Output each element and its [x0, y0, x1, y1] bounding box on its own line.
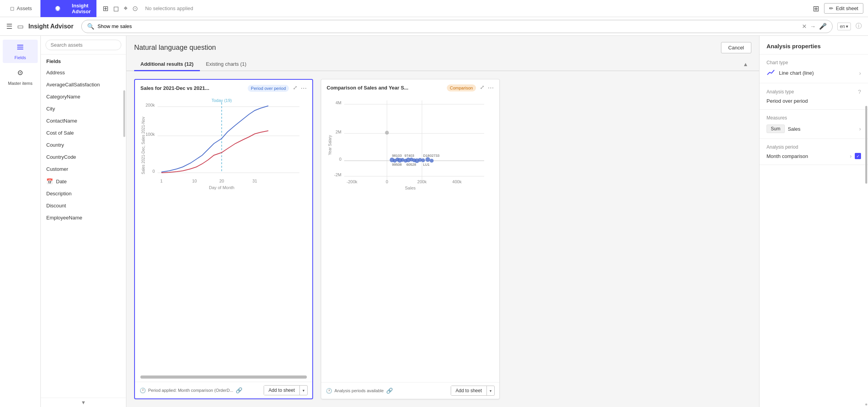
- chart-card-header-1: Sales for 2021-Dec vs 2021... Period ove…: [135, 80, 312, 95]
- period-checkbox[interactable]: ✓: [855, 153, 861, 159]
- add-to-sheet-button-2[interactable]: Add to sheet ▾: [451, 386, 495, 396]
- cancel-button[interactable]: Cancel: [721, 42, 751, 53]
- edit-sheet-button[interactable]: ✏ Edit sheet: [824, 3, 863, 14]
- chart-scrollbar-1[interactable]: [140, 375, 307, 379]
- add-to-sheet-button-1[interactable]: Add to sheet ▾: [264, 385, 308, 395]
- field-item-countrycode[interactable]: CountryCode: [41, 151, 126, 163]
- range-icon[interactable]: ⌖: [124, 4, 128, 12]
- right-panel-scroll-down[interactable]: [865, 403, 867, 405]
- svg-point-50: [430, 159, 434, 163]
- field-item-costsale[interactable]: Cost of Sale: [41, 127, 126, 139]
- chart-scrollbar-thumb-1: [140, 375, 307, 379]
- chart-badge-1: Period over period: [248, 85, 289, 92]
- search-bar-icons: ✕ → 🎤: [802, 23, 827, 30]
- right-panel-toggle[interactable]: ▭: [17, 22, 24, 31]
- collapse-panel-btn[interactable]: ▲: [740, 58, 751, 70]
- field-item-avgcall[interactable]: AverageCallSatisfaction: [41, 79, 126, 91]
- svg-text:Today (19): Today (19): [212, 98, 232, 103]
- right-panel-scrollbar[interactable]: [865, 106, 867, 184]
- language-button[interactable]: en ▾: [837, 23, 851, 30]
- expand-icon-1[interactable]: ⤢: [293, 84, 298, 92]
- field-item-desc[interactable]: Description: [41, 188, 126, 200]
- rp-chart-type-section: Chart type Line chart (line) ›: [760, 54, 868, 83]
- sidebar-item-master[interactable]: Master items: [3, 65, 38, 89]
- svg-point-49: [425, 157, 430, 162]
- grid-icon[interactable]: ⊞: [813, 4, 819, 13]
- field-item-city[interactable]: City: [41, 103, 126, 115]
- assets-tab[interactable]: ◻ Assets: [5, 0, 37, 17]
- svg-text:31: 31: [252, 179, 257, 183]
- period-chevron-icon[interactable]: ›: [850, 153, 852, 159]
- chart-badge-2: Comparison: [447, 84, 476, 91]
- rp-measure-row: Sum Sales ›: [766, 125, 861, 133]
- footer-link-icon-1[interactable]: 🔗: [236, 387, 242, 393]
- rp-measures-section: Measures Sum Sales ›: [760, 110, 868, 139]
- svg-text:60528: 60528: [406, 163, 416, 167]
- content-title: Natural language question: [134, 44, 216, 52]
- field-item-customer[interactable]: Customer: [41, 163, 126, 175]
- footer-text-1: Period applied: Month comparison (OrderD…: [148, 388, 233, 393]
- fields-search: [41, 36, 126, 54]
- clear-icon[interactable]: ⊙: [132, 4, 138, 13]
- top-bar: ◻ Assets Insight Advisor ⊞ ◻ ⌖ ⊙ No sele…: [0, 0, 868, 17]
- svg-text:10: 10: [192, 179, 197, 183]
- charts-grid: Sales for 2021-Dec vs 2021... Period ove…: [126, 71, 759, 407]
- expand-icon-2[interactable]: ⤢: [480, 84, 485, 91]
- field-item-country[interactable]: Country: [41, 139, 126, 151]
- rp-analysis-type-row: Analysis type ?: [766, 89, 861, 95]
- tab-existing[interactable]: Existing charts (1): [200, 58, 253, 71]
- lasso-icon[interactable]: ◻: [113, 4, 119, 13]
- fields-scrollbar[interactable]: [123, 90, 125, 137]
- fields-icon: [16, 43, 24, 54]
- search-input[interactable]: [98, 23, 799, 29]
- info-button[interactable]: ⓘ: [856, 22, 862, 30]
- lang-chevron-icon: ▾: [846, 24, 848, 29]
- clear-search-icon[interactable]: ✕: [802, 23, 807, 30]
- sidebar-item-fields[interactable]: Fields: [3, 40, 38, 63]
- fields-search-input[interactable]: [46, 40, 121, 50]
- mic-icon[interactable]: 🎤: [819, 23, 827, 30]
- measure-chevron-icon[interactable]: ›: [859, 126, 861, 132]
- rp-analysis-type-section: Analysis type ? Period over period: [760, 83, 868, 110]
- svg-text:Day of Month: Day of Month: [209, 185, 234, 190]
- field-item-category[interactable]: CategoryName: [41, 91, 126, 103]
- forward-icon[interactable]: →: [810, 23, 816, 30]
- rp-chart-type-row[interactable]: Line chart (line) ›: [766, 68, 861, 77]
- rp-analysis-period-label: Analysis period: [766, 144, 861, 150]
- field-item-address[interactable]: Address: [41, 67, 126, 79]
- more-icon-2[interactable]: ⋯: [488, 84, 494, 91]
- chart-card-2: Comparison of Sales and Year S... Compar…: [321, 79, 500, 399]
- more-icon-1[interactable]: ⋯: [301, 84, 307, 92]
- field-employee-label: EmployeeName: [46, 215, 82, 221]
- pencil-icon: ✏: [829, 5, 833, 11]
- field-item-contact[interactable]: ContactName: [41, 115, 126, 127]
- tab-additional[interactable]: Additional results (12): [134, 58, 200, 71]
- main-layout: Fields Master items Fields Address Avera…: [0, 36, 868, 407]
- footer-link-icon-2[interactable]: 🔗: [386, 388, 393, 394]
- rp-measures-label: Measures: [766, 115, 861, 121]
- add-to-sheet-dropdown-1[interactable]: ▾: [300, 386, 307, 395]
- toolbar-icons: ⊞ ◻ ⌖ ⊙: [103, 4, 138, 13]
- svg-text:Sales 2021-Dec, Sales 2021-Nov: Sales 2021-Dec, Sales 2021-Nov: [141, 117, 145, 174]
- chart-card-header-2: Comparison of Sales and Year S... Compar…: [321, 79, 499, 95]
- field-item-date[interactable]: 📅 Date: [41, 175, 126, 188]
- insight-tab[interactable]: Insight Advisor: [40, 0, 96, 17]
- rp-analysis-period-section: Analysis period Month comparison › ✓: [760, 139, 868, 165]
- help-icon[interactable]: ?: [858, 89, 861, 95]
- field-item-discount[interactable]: Discount: [41, 200, 126, 212]
- chart-footer-left-2: 🕐 Analysis periods available 🔗: [326, 388, 448, 394]
- svg-rect-1: [17, 45, 23, 46]
- chart-svg-2: 4M 2M 0 -2M -200k 0 200k 400k Sales Year…: [321, 95, 499, 382]
- left-panel-toggle[interactable]: ☰: [6, 22, 12, 31]
- svg-text:LU1: LU1: [423, 163, 430, 167]
- select-icon[interactable]: ⊞: [103, 4, 108, 13]
- field-date-label: Date: [56, 179, 66, 184]
- fields-panel: Fields Address AverageCallSatisfaction C…: [41, 36, 126, 407]
- scroll-down-arrow[interactable]: ▼: [41, 398, 126, 407]
- field-item-employee[interactable]: EmployeeName: [41, 212, 126, 224]
- footer-clock-icon-2: 🕐: [326, 388, 332, 394]
- add-to-sheet-dropdown-2[interactable]: ▾: [487, 387, 494, 395]
- measure-tag[interactable]: Sum: [766, 125, 785, 133]
- line-chart-svg: 200k 100k 0 1 10 20 31 Day of Month Sale…: [139, 95, 308, 192]
- field-city-label: City: [46, 106, 55, 112]
